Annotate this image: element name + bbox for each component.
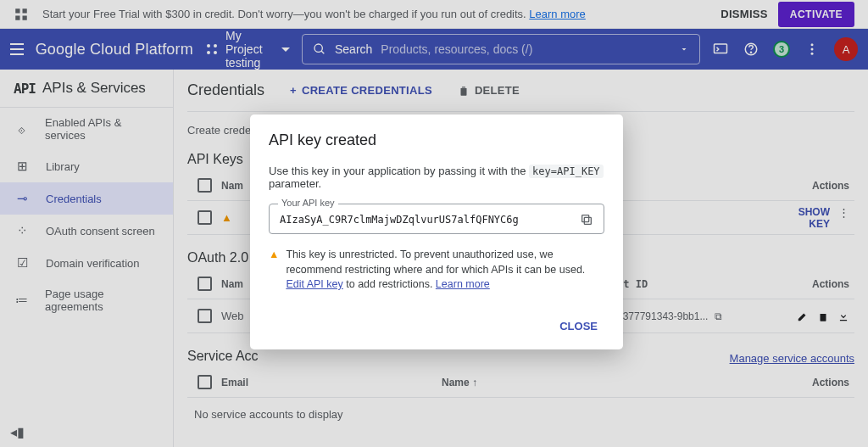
api-key-value: AIzaSyA_C9R7clmMajwDZqlvurUS7alfQFNYC6g: [280, 214, 519, 226]
dialog-instruction: Use this key in your application by pass…: [269, 165, 604, 190]
api-key-label: Your API key: [278, 198, 338, 208]
edit-api-key-link[interactable]: Edit API key: [286, 278, 342, 290]
warning-icon: ▲: [269, 248, 279, 293]
warning-text: This key is unrestricted. To prevent una…: [286, 248, 604, 293]
copy-icon[interactable]: [580, 213, 593, 226]
api-key-created-dialog: API key created Use this key in your app…: [250, 115, 623, 349]
dialog-title: API key created: [269, 131, 604, 149]
svg-rect-16: [584, 217, 591, 224]
learn-more-link[interactable]: Learn more: [436, 278, 490, 290]
api-key-field: Your API key AIzaSyA_C9R7clmMajwDZqlvurU…: [269, 204, 604, 234]
svg-rect-17: [582, 215, 589, 222]
key-param-code: key=API_KEY: [529, 165, 603, 178]
close-button[interactable]: CLOSE: [553, 315, 604, 338]
